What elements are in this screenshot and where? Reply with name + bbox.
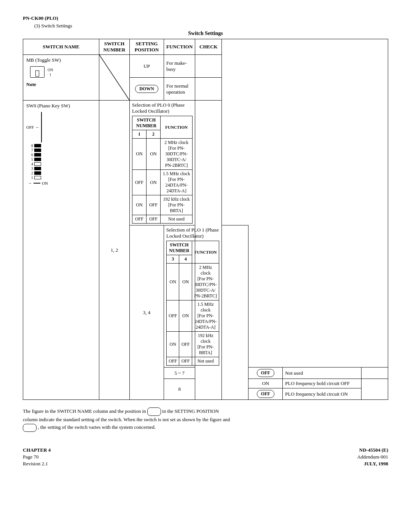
section-title: (3) Switch Settings: [34, 23, 388, 29]
plo1-inner-row-3: OFF OFF Not used: [167, 357, 219, 366]
footer-date: JULY, 1998: [357, 461, 388, 467]
table-row-sw0: SW0 (Piano Key SW) OFF ← 8 7 6: [23, 101, 388, 225]
inner-row0-sw2: ON: [146, 139, 160, 170]
sw0-label: SW0 (Piano Key SW): [26, 103, 96, 109]
footnote: The figure in the SWITCH NAME column and…: [23, 407, 388, 432]
inner-row2-sw2: OFF: [146, 195, 160, 215]
plo1-inner-row2-fn: 192 kHz clock[For PN-BRTA]: [192, 332, 219, 357]
row8-on-function: PLO frequency hold circuit OFF: [283, 379, 362, 388]
plo0-inner-table: SWITCH NUMBER FUNCTION 1 2 ON ON 2 MHz c…: [132, 116, 193, 224]
piano-diagram: OFF ← 8 7 6 5 4 3 2: [26, 112, 96, 185]
col-header-switch-name: SWITCH NAME: [23, 39, 99, 55]
footnote-text1: The figure in the SWITCH NAME column and…: [23, 408, 146, 414]
row8-on-check: [362, 379, 388, 400]
row57-switch-number: 5 ~ 7: [164, 367, 195, 379]
mb-up-check: [195, 55, 222, 78]
inner-row-0: ON ON 2 MHz clock[For PN-30DTC/PN-30DTC-…: [132, 139, 193, 170]
inner-row1-fn: 1.5 MHz clock[For PN-24DTA/PN-24DTA-A]: [160, 170, 192, 195]
plo1-check: [222, 225, 249, 400]
col-header-function: FUNCTION: [164, 39, 195, 55]
plo1-inner-row-1: OFF ON 1.5 MHz clock[For PN-24DTA/PN-24D…: [167, 300, 219, 332]
inner-sw-number-header: SWITCH NUMBER: [132, 116, 161, 130]
plo1-inner-row1-fn: 1.5 MHz clock[For PN-24DTA/PN-24DTA-A]: [192, 300, 219, 332]
footer-addendum: Addendum-001: [357, 454, 388, 460]
note-label: Note: [26, 81, 96, 88]
mb-down-position: DOWN: [130, 78, 164, 101]
footer-revision: Revision 2.1: [23, 461, 51, 467]
diagonal-line-svg: [99, 55, 129, 100]
table-title: Switch Settings: [23, 30, 388, 37]
plo0-desc-cell: Selection of PLO 0 (Phase Locked Oscilla…: [130, 101, 195, 225]
footer-doc: ND-45504 (E): [357, 447, 388, 453]
plo1-inner-row1-sw3: OFF: [167, 300, 179, 332]
inner-row0-fn: 2 MHz clock[For PN-30DTC/PN-30DTC-A/PN-2…: [160, 139, 192, 170]
plo1-inner-row3-sw3: OFF: [167, 357, 179, 366]
page-footer: CHAPTER 4 Page 70 Revision 2.1 ND-45504 …: [23, 447, 388, 467]
toggle-sw-diagram: ON ↑: [30, 66, 96, 78]
row8-switch-number: 8: [164, 379, 195, 400]
col-header-check: CHECK: [195, 39, 222, 55]
plo1-desc: Selection of PLO 1 (Phase Locked Oscilla…: [166, 227, 219, 239]
mb-sw-label: MB (Toggle SW): [26, 57, 96, 63]
inner-row-3: OFF OFF Not used: [132, 215, 193, 224]
inner-col-1: 1: [132, 130, 147, 139]
inner-row1-sw1: OFF: [132, 170, 147, 195]
plo1-inner-row-2: ON OFF 192 kHz clock[For PN-BRTA]: [167, 332, 219, 357]
inner-col-2: 2: [146, 130, 160, 139]
inner-fn-header: FUNCTION: [160, 116, 192, 139]
plo1-inner-sw-number-header: SWITCH NUMBER: [167, 241, 192, 255]
plo1-inner-row3-fn: Not used: [192, 357, 219, 366]
inner-row-1: OFF ON 1.5 MHz clock[For PN-24DTA/PN-24D…: [132, 170, 193, 195]
mb-up-function: For make-busy: [164, 55, 195, 78]
inner-row3-sw2: OFF: [146, 215, 160, 224]
plo1-desc-cell: Selection of PLO 1 (Phase Locked Oscilla…: [164, 225, 222, 367]
footnote-inline1: [147, 407, 161, 415]
main-table: SWITCH NAME SWITCHNUMBER SETTINGPOSITION…: [23, 39, 388, 400]
row57-function: Not used: [283, 367, 362, 379]
inner-row3-fn: Not used: [160, 215, 192, 224]
svg-line-0: [99, 55, 129, 100]
footer-chapter: CHAPTER 4: [23, 447, 51, 453]
plo1-inner-col-4: 4: [179, 255, 192, 264]
footnote-inline2: [23, 424, 37, 432]
plo1-inner-row0-sw4: ON: [179, 264, 192, 300]
col-header-switch-number: SWITCHNUMBER: [99, 39, 130, 55]
mb-up-position: UP: [130, 55, 164, 78]
row8-off-setting: OFF: [249, 388, 283, 400]
plo0-switch-number: 1, 2: [99, 101, 130, 400]
plo1-inner-fn-header: FUNCTION: [192, 241, 219, 264]
footnote-text4: , the setting of the switch varies with …: [38, 424, 156, 430]
off-btn-57: OFF: [257, 369, 274, 377]
plo0-desc: Selection of PLO 0 (Phase Locked Oscilla…: [132, 102, 193, 114]
down-btn: DOWN: [135, 85, 158, 93]
footnote-text3: column indicate the standard setting of …: [23, 417, 230, 422]
mb-down-check: [195, 78, 222, 101]
inner-row2-fn: 192 kHz clock[For PN-BRTA]: [160, 195, 192, 215]
page-header: PN-CK00 (PLO): [23, 15, 388, 21]
col-header-setting-position: SETTINGPOSITION: [130, 39, 164, 55]
plo1-inner-col-3: 3: [167, 255, 179, 264]
footer-right: ND-45504 (E) Addendum-001 JULY, 1998: [357, 447, 388, 467]
row8-on-setting: ON: [249, 379, 283, 388]
plo1-inner-row1-sw4: ON: [179, 300, 192, 332]
plo1-inner-row2-sw3: ON: [167, 332, 179, 357]
footer-left: CHAPTER 4 Page 70 Revision 2.1: [23, 447, 51, 467]
row57-check: [362, 367, 388, 379]
inner-row3-sw1: OFF: [132, 215, 147, 224]
plo1-inner-row3-sw4: OFF: [179, 357, 192, 366]
plo1-inner-table: SWITCH NUMBER FUNCTION 3 4 ON ON 2 MHz c…: [166, 241, 219, 366]
plo1-inner-row0-fn: 2 MHz clock[For PN-30DTC/PN-30DTC-A/PN-2…: [192, 264, 219, 300]
mb-down-function: For normal operation: [164, 78, 195, 101]
row57-setting: OFF: [249, 367, 283, 379]
inner-row1-sw2: ON: [146, 170, 160, 195]
inner-row-2: ON OFF 192 kHz clock[For PN-BRTA]: [132, 195, 193, 215]
plo1-switch-number: 3, 4: [130, 225, 164, 400]
footer-page: Page 70: [23, 454, 51, 460]
footnote-text2: in the SETTING POSITION: [162, 408, 219, 414]
off-btn-8: OFF: [257, 390, 274, 398]
plo1-inner-row-0: ON ON 2 MHz clock[For PN-30DTC/PN-30DTC-…: [167, 264, 219, 300]
plo1-inner-row2-sw4: OFF: [179, 332, 192, 357]
row8-off-function: PLO frequency hold circuit ON: [283, 388, 362, 400]
inner-row2-sw1: ON: [132, 195, 147, 215]
table-row-mb-up: MB (Toggle SW) ON ↑ Note: [23, 55, 388, 78]
